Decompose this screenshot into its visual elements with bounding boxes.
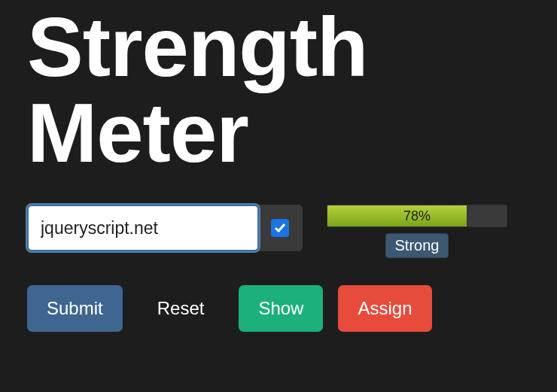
reset-button[interactable]: Reset: [138, 285, 224, 332]
strength-percent-label: 78%: [327, 205, 507, 226]
check-icon: [274, 222, 286, 234]
show-button[interactable]: Show: [239, 285, 323, 332]
meter-area: 78% Strong: [327, 205, 507, 258]
password-input[interactable]: [27, 205, 259, 251]
input-row: 78% Strong: [27, 205, 557, 258]
button-row: Submit Reset Show Assign: [27, 285, 557, 332]
assign-button[interactable]: Assign: [338, 285, 431, 332]
page-title: Strength Meter: [27, 0, 557, 176]
input-group: [27, 205, 303, 251]
strength-progress: 78%: [327, 205, 507, 227]
submit-button[interactable]: Submit: [27, 285, 123, 332]
toggle-checkbox[interactable]: [271, 219, 289, 237]
checkbox-wrap: [259, 205, 292, 251]
strength-badge: Strong: [385, 233, 449, 258]
